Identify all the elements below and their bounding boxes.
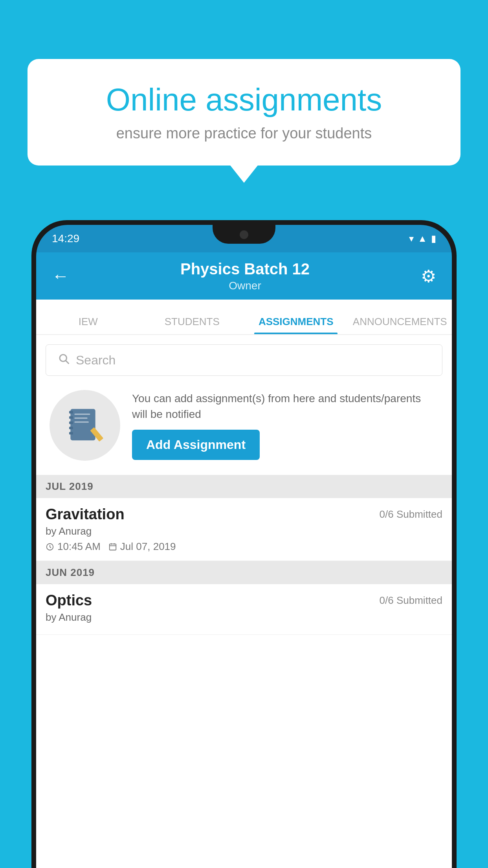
assignment-row-top-optics: Optics 0/6 Submitted bbox=[46, 592, 442, 609]
svg-rect-4 bbox=[69, 416, 73, 419]
header-center: Physics Batch 12 Owner bbox=[180, 260, 310, 292]
svg-rect-10 bbox=[74, 421, 89, 423]
assignment-name-optics: Optics bbox=[46, 592, 92, 609]
wifi-icon: ▾ bbox=[409, 233, 414, 244]
section-header-jul: JUL 2019 bbox=[36, 475, 452, 498]
speech-bubble: Online assignments ensure more practice … bbox=[28, 59, 460, 166]
phone-inner: 14:29 ▾ ▲ ▮ ← Physics Batch 12 Owner ⚙ I… bbox=[36, 225, 452, 868]
tab-overview[interactable]: IEW bbox=[36, 316, 140, 334]
tab-bar: IEW STUDENTS ASSIGNMENTS ANNOUNCEMENTS bbox=[36, 300, 452, 335]
signal-icon: ▲ bbox=[418, 233, 427, 244]
assignment-date-gravitation: Jul 07, 2019 bbox=[108, 541, 176, 553]
assignment-meta-gravitation: 10:45 AM Jul 07, 2019 bbox=[46, 541, 442, 553]
phone-camera bbox=[240, 230, 248, 239]
svg-rect-8 bbox=[74, 414, 90, 415]
settings-button[interactable]: ⚙ bbox=[421, 266, 436, 286]
add-assignment-button[interactable]: Add Assignment bbox=[132, 430, 260, 460]
section-header-jun: JUN 2019 bbox=[36, 561, 452, 584]
svg-rect-13 bbox=[110, 544, 116, 550]
svg-rect-6 bbox=[69, 427, 73, 429]
assignment-submitted-optics: 0/6 Submitted bbox=[380, 594, 442, 607]
svg-rect-9 bbox=[74, 417, 87, 419]
battery-icon: ▮ bbox=[431, 233, 436, 244]
empty-state-icon-circle bbox=[50, 390, 120, 461]
search-bar[interactable]: Search bbox=[46, 344, 442, 376]
header-title: Physics Batch 12 bbox=[180, 260, 310, 278]
calendar-icon bbox=[108, 542, 117, 551]
svg-rect-3 bbox=[69, 411, 73, 414]
search-icon bbox=[58, 353, 70, 368]
header-subtitle: Owner bbox=[180, 280, 310, 292]
status-time: 14:29 bbox=[52, 232, 79, 245]
status-icons: ▾ ▲ ▮ bbox=[409, 233, 436, 244]
empty-state: You can add assignment(s) from here and … bbox=[46, 382, 442, 469]
speech-bubble-subtitle: ensure more practice for your students bbox=[59, 125, 429, 142]
assignment-row-top: Gravitation 0/6 Submitted bbox=[46, 506, 442, 523]
svg-rect-7 bbox=[69, 432, 73, 435]
clock-icon bbox=[46, 542, 54, 551]
app-header: ← Physics Batch 12 Owner ⚙ bbox=[36, 252, 452, 300]
assignment-by-optics: by Anurag bbox=[46, 611, 442, 623]
notebook-icon bbox=[65, 406, 105, 445]
tab-assignments[interactable]: ASSIGNMENTS bbox=[244, 316, 348, 334]
phone-frame: 14:29 ▾ ▲ ▮ ← Physics Batch 12 Owner ⚙ I… bbox=[31, 220, 457, 868]
assignment-item-gravitation[interactable]: Gravitation 0/6 Submitted by Anurag 10:4… bbox=[36, 498, 452, 561]
speech-bubble-title: Online assignments bbox=[59, 83, 429, 117]
assignment-by-gravitation: by Anurag bbox=[46, 525, 442, 537]
phone-notch bbox=[213, 225, 275, 244]
back-button[interactable]: ← bbox=[52, 266, 69, 286]
svg-line-1 bbox=[66, 361, 69, 364]
speech-bubble-container: Online assignments ensure more practice … bbox=[28, 59, 460, 166]
empty-state-description: You can add assignment(s) from here and … bbox=[132, 391, 438, 421]
svg-rect-5 bbox=[69, 421, 73, 424]
assignment-time-gravitation: 10:45 AM bbox=[46, 541, 101, 553]
assignment-item-optics[interactable]: Optics 0/6 Submitted by Anurag bbox=[36, 584, 452, 635]
search-placeholder: Search bbox=[76, 353, 116, 368]
assignment-name-gravitation: Gravitation bbox=[46, 506, 125, 523]
assignment-submitted-gravitation: 0/6 Submitted bbox=[380, 508, 442, 520]
empty-state-right: You can add assignment(s) from here and … bbox=[132, 391, 438, 460]
screen-content: Search bbox=[36, 335, 452, 868]
tab-announcements[interactable]: ANNOUNCEMENTS bbox=[348, 316, 452, 334]
tab-students[interactable]: STUDENTS bbox=[140, 316, 244, 334]
